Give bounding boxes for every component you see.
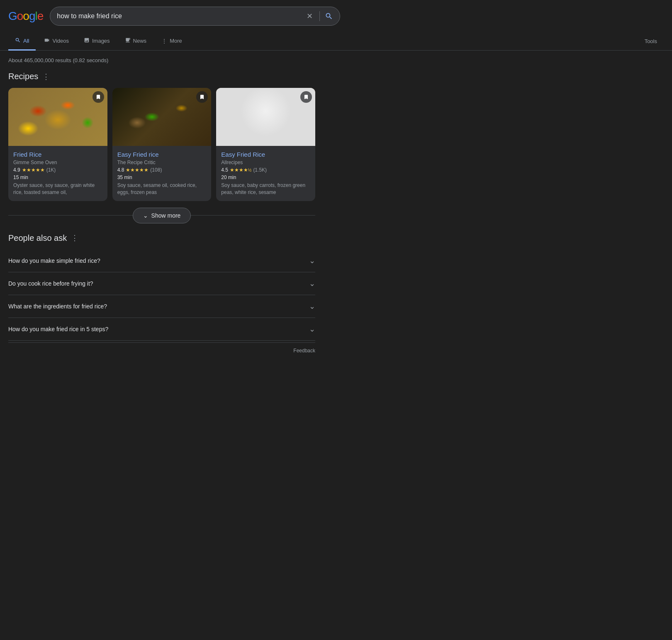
- recipe-rating-3: 4.5 ★★★★½ (1.5K): [221, 167, 310, 173]
- paa-item-2[interactable]: Do you cook rice before frying it? ⌄: [8, 272, 315, 295]
- recipes-section-title: Recipes ⋮: [8, 72, 315, 81]
- paa-chevron-2: ⌄: [309, 279, 315, 288]
- recipe-ingredients-2: Soy sauce, sesame oil, cooked rice, eggs…: [117, 182, 207, 196]
- stars-3: ★★★★½: [230, 167, 251, 173]
- tab-news-label: News: [133, 38, 147, 44]
- recipe-title-1: Fried Rice: [13, 151, 102, 158]
- nav-tabs: All Videos Images News ⋮ More Tools: [0, 32, 672, 51]
- header: Google ✕: [0, 0, 672, 32]
- search-divider: [319, 11, 320, 21]
- paa-chevron-3: ⌄: [309, 302, 315, 311]
- recipe-image-container-2: [112, 88, 212, 146]
- paa-question-4: How do you make fried rice in 5 steps?: [8, 326, 108, 332]
- images-tab-icon: [84, 37, 90, 43]
- show-more-label: Show more: [151, 212, 181, 219]
- bookmark-icon-3: [303, 94, 309, 100]
- paa-chevron-1: ⌄: [309, 256, 315, 265]
- search-input[interactable]: [57, 12, 302, 20]
- paa-item-3[interactable]: What are the ingredients for fried rice?…: [8, 295, 315, 318]
- feedback-area: Feedback: [8, 342, 315, 359]
- recipe-ingredients-3: Soy sauce, baby carrots, frozen green pe…: [221, 182, 310, 196]
- more-icon: ⋮: [161, 38, 167, 44]
- tools-button[interactable]: Tools: [638, 33, 664, 49]
- results-area: About 465,000,000 results (0.82 seconds)…: [0, 51, 324, 365]
- paa-question-2: Do you cook rice before frying it?: [8, 280, 93, 287]
- google-logo: Google: [8, 10, 43, 23]
- recipe-image-container-3: [216, 88, 315, 146]
- recipe-title-3: Easy Fried Rice: [221, 151, 310, 158]
- clear-button[interactable]: ✕: [305, 12, 314, 21]
- recipe-time-1: 15 min: [13, 175, 102, 180]
- paa-item-1[interactable]: How do you make simple fried rice? ⌄: [8, 250, 315, 272]
- tab-more-label: More: [170, 38, 182, 44]
- recipe-source-1: Gimme Some Oven: [13, 160, 102, 165]
- recipe-rating-1: 4.9 ★★★★★ (1K): [13, 167, 102, 173]
- show-more-line-right: [191, 215, 315, 216]
- tab-all[interactable]: All: [8, 32, 36, 51]
- videos-tab-icon: [44, 37, 50, 43]
- recipe-card-1[interactable]: Fried Rice Gimme Some Oven 4.9 ★★★★★ (1K…: [8, 88, 107, 201]
- logo-letter-e: e: [37, 10, 44, 22]
- all-icon: [15, 37, 21, 44]
- paa-title: People also ask ⋮: [8, 233, 315, 243]
- recipe-time-2: 35 min: [117, 175, 207, 180]
- stars-2: ★★★★★: [126, 167, 149, 173]
- paa-title-text: People also ask: [8, 233, 67, 243]
- paa-question-3: What are the ingredients for fried rice?: [8, 303, 107, 310]
- bookmark-icon-1: [95, 94, 101, 100]
- recipe-image-container-1: [8, 88, 107, 146]
- recipes-section: Recipes ⋮ Fried Rice Gimme Some Oven: [8, 72, 315, 223]
- tab-videos[interactable]: Videos: [37, 32, 75, 51]
- recipe-card-3[interactable]: Easy Fried Rice Allrecipes 4.5 ★★★★½ (1.…: [216, 88, 315, 201]
- search-bar: ✕: [50, 7, 340, 26]
- logo-letter-g2: g: [29, 10, 35, 22]
- recipes-grid: Fried Rice Gimme Some Oven 4.9 ★★★★★ (1K…: [8, 88, 315, 201]
- paa-item-4[interactable]: How do you make fried rice in 5 steps? ⌄: [8, 318, 315, 341]
- search-tab-icon: [15, 37, 21, 43]
- show-more-chevron: ⌄: [143, 212, 148, 219]
- paa-chevron-4: ⌄: [309, 325, 315, 334]
- show-more-line-left: [8, 215, 133, 216]
- show-more-container: ⌄ Show more: [8, 208, 315, 223]
- feedback-link[interactable]: Feedback: [293, 348, 315, 354]
- recipe-info-2: Easy Fried rice The Recipe Critic 4.8 ★★…: [112, 146, 212, 201]
- recipe-info-1: Fried Rice Gimme Some Oven 4.9 ★★★★★ (1K…: [8, 146, 107, 201]
- save-icon-3[interactable]: [300, 91, 312, 103]
- search-icon: [325, 12, 333, 20]
- recipe-rating-2: 4.8 ★★★★★ (108): [117, 167, 207, 173]
- rating-count-3: (1.5K): [253, 167, 267, 173]
- logo-letter-o1: o: [17, 10, 23, 22]
- rating-value-2: 4.8: [117, 167, 124, 173]
- news-tab-icon: [125, 37, 131, 43]
- recipes-title-text: Recipes: [8, 72, 38, 81]
- rating-value-1: 4.9: [13, 167, 20, 173]
- news-icon: [125, 37, 131, 44]
- recipe-card-2[interactable]: Easy Fried rice The Recipe Critic 4.8 ★★…: [112, 88, 212, 201]
- tab-more[interactable]: ⋮ More: [155, 33, 189, 51]
- result-count: About 465,000,000 results (0.82 seconds): [8, 57, 315, 63]
- paa-question-1: How do you make simple fried rice?: [8, 257, 100, 264]
- tab-videos-label: Videos: [52, 38, 69, 44]
- recipe-source-2: The Recipe Critic: [117, 160, 207, 165]
- tab-news[interactable]: News: [118, 32, 153, 51]
- stars-1: ★★★★★: [22, 167, 45, 173]
- recipe-info-3: Easy Fried Rice Allrecipes 4.5 ★★★★½ (1.…: [216, 146, 315, 201]
- recipe-title-2: Easy Fried rice: [117, 151, 207, 158]
- search-icon-button[interactable]: [325, 12, 333, 20]
- rating-count-2: (108): [150, 167, 162, 173]
- tab-images[interactable]: Images: [77, 32, 117, 51]
- recipe-ingredients-1: Oyster sauce, soy sauce, grain white ric…: [13, 182, 102, 196]
- paa-menu-icon[interactable]: ⋮: [71, 233, 78, 242]
- save-icon-1[interactable]: [93, 91, 104, 103]
- images-icon: [84, 37, 90, 44]
- tab-all-label: All: [23, 38, 29, 44]
- people-also-ask-section: People also ask ⋮ How do you make simple…: [8, 233, 315, 359]
- videos-icon: [44, 37, 50, 44]
- recipe-time-3: 20 min: [221, 175, 310, 180]
- rating-value-3: 4.5: [221, 167, 228, 173]
- logo-letter-g1: G: [8, 10, 17, 22]
- recipe-source-3: Allrecipes: [221, 160, 310, 165]
- rating-count-1: (1K): [46, 167, 56, 173]
- recipes-menu-icon[interactable]: ⋮: [42, 72, 50, 81]
- show-more-button[interactable]: ⌄ Show more: [133, 208, 191, 223]
